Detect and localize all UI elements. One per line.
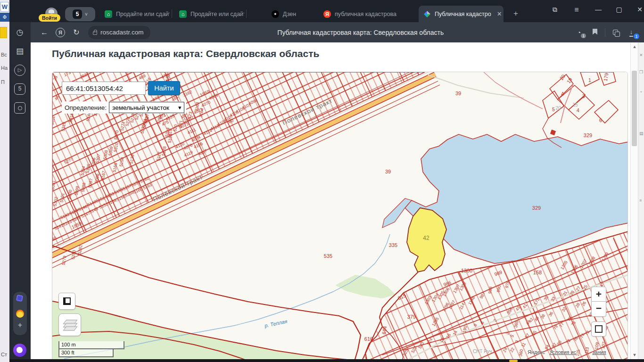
parcel-label: 15: [572, 102, 578, 107]
chevron-down-icon: ˅: [85, 12, 88, 17]
taskbar-fragment: [509, 360, 518, 362]
ruler-icon: [63, 297, 71, 305]
divider: [605, 28, 605, 37]
parcel-label: 4: [561, 91, 564, 97]
tab-count-badge: 5: [73, 9, 82, 19]
bookmark-icon[interactable]: [587, 29, 603, 36]
tab-label: Продайте или сдайте в: [190, 11, 244, 17]
alice-assistant-icon[interactable]: [13, 344, 26, 357]
terms-link[interactable]: Условия ис: [549, 349, 576, 355]
zoom-in-button[interactable]: +: [591, 287, 606, 302]
parcel-label: 20: [555, 106, 561, 111]
highlight-parcel-label: 42: [423, 235, 429, 241]
protect-icon[interactable]: ◔1: [571, 29, 587, 36]
side-panel-icon[interactable]: ⧉: [549, 6, 561, 14]
download-icon[interactable]: ↓1: [623, 28, 639, 37]
word-status-fragment: Ст: [1, 352, 7, 357]
search-button[interactable]: Найти: [148, 81, 180, 95]
terms-link-2[interactable]: зания: [592, 349, 606, 355]
tab-divider: [172, 9, 172, 18]
tabs-panel-icon[interactable]: 5: [14, 83, 25, 95]
dzen-icon: ✦: [272, 10, 279, 18]
close-window-button[interactable]: ✕: [634, 6, 644, 13]
cadastral-map-container: Полевской тракт Полевской тракт р. Тепла…: [52, 72, 628, 362]
scale-feet: 300 ft: [58, 349, 114, 357]
parcel-label: 19: [599, 281, 604, 287]
screen: W Ф Вс На П Ст Войти 5 ˅ ⌂ Продайте или …: [0, 0, 644, 362]
bg-icon: ✕: [639, 53, 643, 58]
url-text: roscadastr.com: [100, 29, 144, 36]
parcel-label: 4: [577, 107, 579, 113]
definition-select[interactable]: земельный участок ▾: [109, 102, 184, 113]
tab-yandex-search[interactable]: Я публичная кадастрова: [319, 6, 416, 22]
add-app-icon[interactable]: +: [13, 321, 27, 329]
sticky-note-fragment: [0, 27, 7, 38]
yandex-browser-icon[interactable]: [16, 310, 24, 318]
parcel-label: 39: [385, 169, 391, 174]
metrica-cube-icon[interactable]: [16, 295, 23, 302]
scroll-down-icon[interactable]: ▼: [632, 353, 637, 357]
window-bottom-edge: [9, 359, 644, 362]
word-icon[interactable]: W: [0, 2, 9, 12]
minimize-button[interactable]: —: [592, 6, 604, 13]
roscadastr-icon: [423, 10, 431, 18]
login-badge[interactable]: Войти: [39, 14, 60, 22]
maximize-button[interactable]: ▢: [613, 6, 625, 13]
page-content: Публичная кадастровая карта: Свердловска…: [31, 42, 630, 359]
cadastral-map[interactable]: Полевской тракт Полевской тракт р. Тепла…: [52, 72, 628, 362]
tab-dzen[interactable]: ✦ Дзен: [251, 6, 317, 22]
address-bar: ← Я ↻ roscadastr.com Публичная кадастров…: [31, 22, 644, 42]
parcel-label: 535: [324, 253, 332, 259]
browser-tab-bar: Войти 5 ˅ ⌂ Продайте или сдайте в ⌂ Прод…: [9, 0, 644, 22]
page-title: Публичная кадастровая карта: Свердловска…: [52, 48, 319, 59]
scroll-up-icon[interactable]: ▲: [632, 44, 637, 49]
play-icon[interactable]: ▷: [14, 65, 25, 76]
url-field[interactable]: roscadastr.com: [88, 26, 150, 39]
menu-icon[interactable]: ≡: [570, 6, 583, 14]
definition-label: Определение:: [65, 104, 107, 111]
search-input[interactable]: [62, 82, 146, 95]
parcel-label: 5: [552, 107, 555, 112]
tab-group-pill[interactable]: 5 ˅: [65, 7, 95, 21]
layers-button[interactable]: [58, 313, 81, 336]
word-tab-fragment: Ф: [0, 13, 9, 22]
domclick-icon: ⌂: [105, 10, 112, 18]
parcel-label: 1: [588, 77, 591, 83]
screenshot-icon[interactable]: [14, 102, 25, 114]
history-icon[interactable]: ◷: [14, 27, 25, 38]
attribution-brand[interactable]: Яндекс: [528, 349, 545, 355]
feed-icon[interactable]: ▤: [14, 46, 25, 57]
definition-value: земельный участок: [112, 104, 169, 111]
bg-icon: ❐: [639, 70, 643, 74]
zoom-out-button[interactable]: −: [591, 302, 606, 317]
close-tab-icon[interactable]: ✕: [497, 10, 502, 17]
new-tab-button[interactable]: +: [510, 8, 521, 20]
scrollbar-thumb[interactable]: [632, 71, 637, 146]
tab-domclick-1[interactable]: ⌂ Продайте или сдайте в: [100, 6, 170, 22]
fullscreen-button[interactable]: [591, 321, 606, 337]
browser-sidebar: ◷ ▤ ▷ 5 + • • •: [9, 22, 31, 362]
tab-divider: [246, 9, 247, 18]
chevron-down-icon: ▾: [179, 105, 182, 111]
download-badge: 1: [634, 33, 639, 39]
map-search: Найти: [62, 82, 180, 95]
bg-icon: ▤: [639, 131, 644, 136]
page-scrollbar[interactable]: ▲ ▼: [630, 42, 638, 359]
tab-label: публичная кадастрова: [335, 11, 396, 17]
parcel-label: 6: [599, 117, 602, 123]
tab-roscadastr-active[interactable]: Публичная кадастро ✕: [419, 6, 504, 22]
collections-icon[interactable]: [607, 29, 623, 36]
measure-button[interactable]: [58, 293, 75, 310]
yandex-icon: Я: [323, 10, 331, 18]
protect-badge: 1: [581, 33, 586, 38]
word-ribbon-fragment: Вс: [1, 52, 7, 58]
background-right-strip: ✕ ❐ ⌄ ▤ ≡: [638, 42, 644, 359]
parcel-label: 3: [582, 93, 585, 99]
scale-meters: 100 m: [58, 341, 124, 349]
reload-icon[interactable]: ↻: [68, 28, 84, 37]
yandex-services-icon[interactable]: Я: [56, 28, 65, 37]
page-title-bar: Публичная кадастровая карта: Свердловска…: [150, 29, 571, 36]
back-icon[interactable]: ←: [36, 28, 52, 37]
tab-domclick-2[interactable]: ⌂ Продайте или сдайте в: [174, 6, 244, 22]
tab-label: Продайте или сдайте в: [116, 11, 170, 17]
